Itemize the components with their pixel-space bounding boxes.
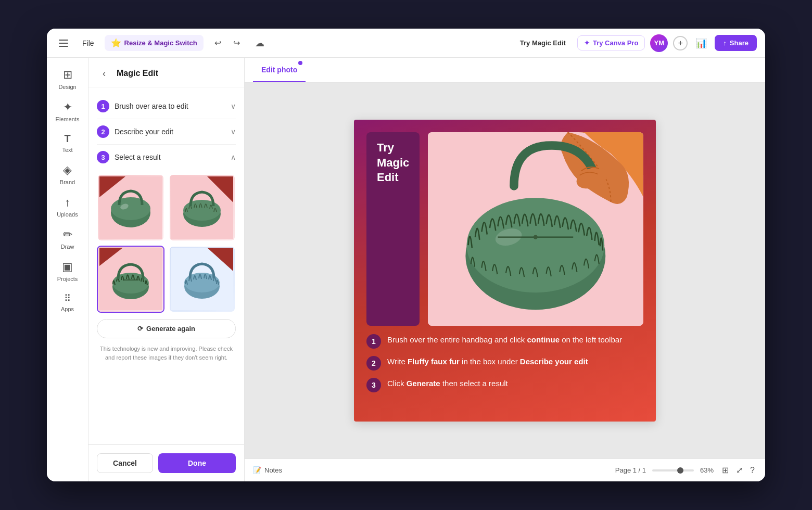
generate-again-button[interactable]: ⟳ Generate again xyxy=(97,319,236,338)
canvas-area: Edit photo Try Magic Edit xyxy=(245,58,765,481)
sidebar-item-draw[interactable]: ✏ Draw xyxy=(50,224,85,254)
sidebar-item-label: Draw xyxy=(61,244,74,250)
canvas-toolbar: Edit photo xyxy=(245,58,765,83)
try-magic-edit-button[interactable]: Try Magic Edit xyxy=(514,36,572,50)
star-icon: ⭐ xyxy=(111,38,121,48)
instruction-2-number: 2 xyxy=(366,356,381,371)
step-2-number: 2 xyxy=(97,125,109,138)
sidebar-item-label: Design xyxy=(58,84,76,90)
canvas-main[interactable]: Try Magic Edit xyxy=(245,83,765,458)
design-inner: Try Magic Edit xyxy=(354,120,656,422)
sidebar-item-brand[interactable]: ◈ Brand xyxy=(50,159,85,189)
step-3-row[interactable]: 3 Select a result ∧ xyxy=(97,145,236,170)
bag-photo-container xyxy=(428,132,643,326)
step-3-content: ⟳ Generate again This technology is new … xyxy=(97,170,236,366)
help-button[interactable]: ? xyxy=(748,464,757,477)
result-image-1[interactable] xyxy=(97,174,164,241)
instruction-1: 1 Brush over the entire handbag and clic… xyxy=(366,334,643,349)
sidebar-item-label: Apps xyxy=(61,306,74,312)
step-2-row[interactable]: 2 Describe your edit ∨ xyxy=(97,119,236,145)
instruction-3-text: Click Generate then select a result xyxy=(387,378,508,389)
redo-button[interactable]: ↪ xyxy=(229,35,245,52)
save-cloud-icon[interactable]: ☁ xyxy=(251,35,268,52)
avatar[interactable]: YM xyxy=(650,34,668,52)
sidebar-item-label: Brand xyxy=(60,179,75,185)
brand-icon: ◈ xyxy=(63,163,72,177)
notes-button[interactable]: 📝 Notes xyxy=(253,466,282,474)
result-image-2[interactable] xyxy=(169,174,236,241)
bottom-bar: 📝 Notes Page 1 / 1 63% ⊞ ⤢ ? xyxy=(245,458,765,481)
step-3-number: 3 xyxy=(97,151,109,163)
result-image-4[interactable] xyxy=(169,246,236,313)
done-button[interactable]: Done xyxy=(158,453,236,473)
text-icon: T xyxy=(64,133,70,145)
sidebar-item-label: Projects xyxy=(57,276,78,282)
sidebar-item-design[interactable]: ⊞ Design xyxy=(50,64,85,94)
undo-button[interactable]: ↩ xyxy=(210,35,226,52)
magic-edit-panel: ‹ Magic Edit 1 Brush over area to edit ∨… xyxy=(88,58,245,481)
step-1-number: 1 xyxy=(97,100,109,112)
canva-star-icon: ✦ xyxy=(584,39,590,47)
chevron-down-icon: ∨ xyxy=(231,102,236,110)
slider-thumb[interactable] xyxy=(677,467,683,474)
tab-active-dot xyxy=(298,61,302,65)
try-magic-label: Try Magic Edit xyxy=(366,132,420,326)
step-1-label: Brush over area to edit xyxy=(115,102,188,110)
elements-icon: ✦ xyxy=(63,100,72,114)
menu-icon[interactable] xyxy=(55,35,72,52)
sidebar-item-projects[interactable]: ▣ Projects xyxy=(50,256,85,286)
undo-redo-controls: ↩ ↪ xyxy=(210,35,245,52)
sidebar-item-uploads[interactable]: ↑ Uploads xyxy=(50,192,85,222)
step-3-label: Select a result xyxy=(115,153,161,161)
cancel-button[interactable]: Cancel xyxy=(97,453,153,473)
sidebar-item-apps[interactable]: ⠿ Apps xyxy=(50,288,85,316)
design-top: Try Magic Edit xyxy=(366,132,643,326)
results-grid xyxy=(97,174,236,313)
grid-view-button[interactable]: ⊞ xyxy=(720,463,731,477)
back-button[interactable]: ‹ xyxy=(97,66,111,81)
uploads-icon: ↑ xyxy=(65,196,70,209)
sidebar-item-text[interactable]: T Text xyxy=(50,129,85,157)
panel-title: Magic Edit xyxy=(117,69,158,78)
svg-point-3 xyxy=(111,197,150,220)
add-account-button[interactable]: + xyxy=(673,36,688,50)
design-icon: ⊞ xyxy=(63,68,72,82)
page-info: Page 1 / 1 xyxy=(615,466,646,474)
fullscreen-button[interactable]: ⤢ xyxy=(734,463,745,477)
instruction-3-number: 3 xyxy=(366,378,381,392)
disclaimer-text: This technology is new and improving. Pl… xyxy=(97,345,236,362)
draw-icon: ✏ xyxy=(63,228,72,241)
step-2-label: Describe your edit xyxy=(115,128,173,136)
svg-point-8 xyxy=(183,200,221,221)
instruction-1-number: 1 xyxy=(366,334,381,349)
file-menu[interactable]: File xyxy=(78,37,98,49)
sidebar-item-elements[interactable]: ✦ Elements xyxy=(50,96,85,126)
projects-icon: ▣ xyxy=(62,260,73,274)
edit-photo-tab[interactable]: Edit photo xyxy=(253,58,306,82)
main-content: ⊞ Design ✦ Elements T Text ◈ Brand ↑ Upl… xyxy=(47,58,765,481)
resize-magic-switch-button[interactable]: ⭐ Resize & Magic Switch xyxy=(105,35,204,51)
zoom-slider[interactable] xyxy=(652,469,694,471)
left-sidebar: ⊞ Design ✦ Elements T Text ◈ Brand ↑ Upl… xyxy=(47,58,88,481)
panel-body: 1 Brush over area to edit ∨ 2 Describe y… xyxy=(88,87,244,444)
apps-icon: ⠿ xyxy=(64,292,71,304)
analytics-icon[interactable]: 📊 xyxy=(693,35,709,52)
sidebar-item-label: Uploads xyxy=(57,211,78,218)
instruction-2: 2 Write Fluffy faux fur in the box under… xyxy=(366,356,643,371)
instructions-section: 1 Brush over the entire handbag and clic… xyxy=(366,334,643,392)
design-card: Try Magic Edit xyxy=(354,120,656,422)
svg-point-24 xyxy=(534,235,538,239)
step-1-row[interactable]: 1 Brush over area to edit ∨ xyxy=(97,94,236,119)
result-image-3[interactable] xyxy=(97,246,164,313)
share-button[interactable]: ↑ Share xyxy=(715,35,757,51)
instruction-3: 3 Click Generate then select a result xyxy=(366,378,643,392)
panel-footer: Cancel Done xyxy=(88,444,244,481)
sidebar-item-label: Text xyxy=(62,147,72,153)
chevron-down-icon: ∨ xyxy=(231,128,236,136)
try-canva-pro-button[interactable]: ✦ Try Canva Pro xyxy=(577,35,645,50)
svg-point-21 xyxy=(467,198,605,292)
panel-header: ‹ Magic Edit xyxy=(88,58,244,87)
instruction-2-text: Write Fluffy faux fur in the box under D… xyxy=(387,356,588,367)
topbar-right: Try Magic Edit ✦ Try Canva Pro YM + 📊 ↑ … xyxy=(514,34,757,52)
topbar: File ⭐ Resize & Magic Switch ↩ ↪ ☁ Try M… xyxy=(47,29,765,58)
